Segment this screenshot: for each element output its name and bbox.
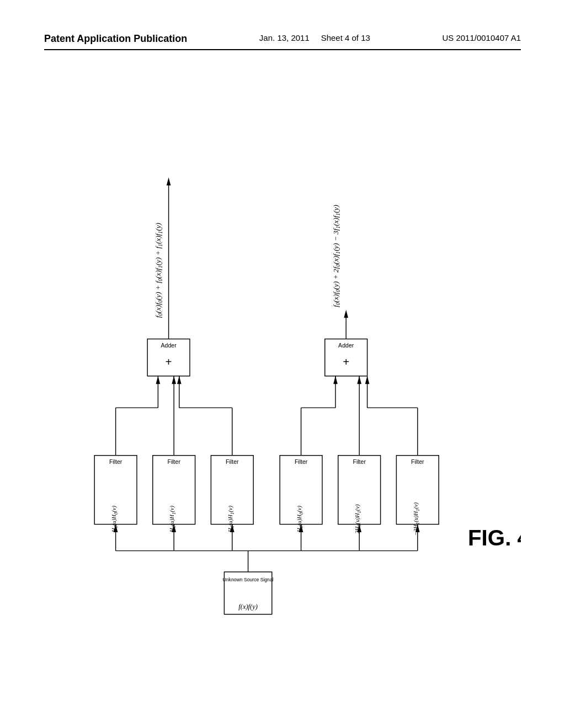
svg-marker-53 bbox=[167, 178, 171, 185]
svg-text:Adder: Adder bbox=[161, 342, 177, 349]
patent-number: US 2011/0010407 A1 bbox=[442, 33, 521, 42]
svg-text:Adder: Adder bbox=[338, 342, 354, 349]
svg-text:Filter: Filter bbox=[167, 458, 180, 465]
svg-text:f0(x)f0(y) + 2f0(x)f1(y) − 3f1: f0(x)f0(y) + 2f0(x)f1(y) − 3f1(x)f1(y) bbox=[332, 205, 341, 307]
svg-marker-31 bbox=[333, 376, 338, 384]
svg-text:Filter: Filter bbox=[353, 458, 366, 465]
publication-date: Jan. 13, 2011 bbox=[259, 33, 310, 42]
svg-text:Unknown Source Signal: Unknown Source Signal bbox=[223, 577, 274, 582]
diagram-svg: text { font-family: 'Times New Roman', s… bbox=[44, 72, 521, 701]
sheet-info: Sheet 4 of 13 bbox=[321, 33, 370, 42]
svg-marker-21 bbox=[156, 376, 161, 384]
svg-text:f(x)f(y): f(x)f(y) bbox=[238, 603, 258, 611]
svg-text:Filter: Filter bbox=[226, 458, 239, 465]
svg-text:f0(x)f0(y) + f0(x)f1(y) + f1(x: f0(x)f0(y) + f0(x)f1(y) + f1(x)f1(y) bbox=[154, 222, 163, 318]
diagram-area: text { font-family: 'Times New Roman', s… bbox=[44, 72, 521, 701]
figure-label: FIG. 4 bbox=[468, 525, 521, 550]
publication-date-sheet: Jan. 13, 2011 Sheet 4 of 13 bbox=[259, 33, 370, 42]
page: Patent Application Publication Jan. 13, … bbox=[0, 0, 565, 728]
svg-text:Filter: Filter bbox=[295, 458, 308, 465]
svg-marker-27 bbox=[177, 376, 182, 384]
svg-text:Filter: Filter bbox=[109, 458, 122, 465]
svg-marker-23 bbox=[172, 376, 176, 384]
svg-marker-33 bbox=[357, 376, 361, 384]
svg-marker-55 bbox=[344, 310, 348, 318]
svg-text:Filter: Filter bbox=[411, 458, 424, 465]
page-header: Patent Application Publication Jan. 13, … bbox=[44, 33, 521, 50]
svg-marker-37 bbox=[365, 376, 370, 384]
svg-text:+: + bbox=[343, 355, 349, 368]
svg-text:+: + bbox=[166, 355, 172, 368]
publication-title: Patent Application Publication bbox=[44, 33, 187, 45]
